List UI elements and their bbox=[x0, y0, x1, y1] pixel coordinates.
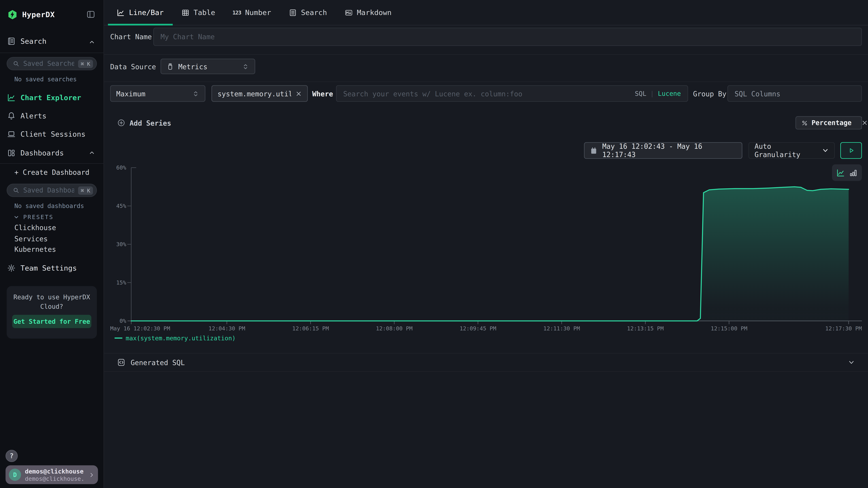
metric-pill[interactable]: system.memory.utiliza bbox=[211, 85, 308, 102]
preset-item-kubernetes[interactable]: Kubernetes bbox=[14, 245, 56, 253]
svg-text:12:08:00 PM: 12:08:00 PM bbox=[376, 325, 413, 332]
chart-type-tabbar: Line/BarTable123NumberSearchMarkdown bbox=[104, 0, 868, 26]
percentage-button[interactable]: Percentage bbox=[796, 117, 857, 129]
no-saved-searches-note: No saved searches bbox=[14, 76, 77, 83]
sidebar-section-search[interactable]: Search bbox=[7, 37, 46, 45]
bar-chart-icon[interactable] bbox=[849, 168, 858, 177]
logo[interactable]: HyperDX bbox=[7, 9, 55, 20]
add-series-button[interactable]: Add Series bbox=[117, 117, 171, 128]
where-label: Where bbox=[312, 90, 333, 98]
no-saved-dashboards-note: No saved dashboards bbox=[14, 202, 84, 210]
data-source-label: Data Source bbox=[110, 63, 156, 71]
divider bbox=[104, 54, 868, 55]
preset-item-services[interactable]: Services bbox=[14, 235, 48, 243]
user-menu[interactable]: D demos@clickhouse.com demos@clickhouse.… bbox=[6, 465, 98, 484]
sidebar-item-label: Chart Explorer bbox=[21, 93, 81, 102]
granularity-value: Auto Granularity bbox=[754, 142, 817, 159]
chevron-down-icon bbox=[13, 214, 19, 220]
cloud-promo-card: Ready to use HyperDX Cloud? Get Started … bbox=[7, 286, 97, 339]
get-started-button[interactable]: Get Started for Free bbox=[12, 315, 91, 328]
sql-toggle[interactable]: SQL bbox=[635, 90, 647, 97]
chart-name-input[interactable]: My Chart Name bbox=[153, 28, 862, 46]
chart-name-placeholder: My Chart Name bbox=[161, 33, 215, 41]
aggregation-select[interactable]: Maximum bbox=[110, 85, 206, 102]
sidebar-collapse-icon[interactable] bbox=[87, 10, 95, 19]
chevron-down-icon bbox=[848, 359, 855, 366]
tab-markdown[interactable]: Markdown bbox=[336, 0, 400, 25]
percentage-toggle[interactable]: Percentage bbox=[796, 116, 862, 129]
create-dashboard-button[interactable]: + Create Dashboard bbox=[14, 168, 90, 176]
where-input[interactable]: Search your events w/ Lucene ex. column:… bbox=[336, 85, 688, 102]
percentage-remove-button[interactable] bbox=[862, 117, 868, 129]
tab-label: Line/Bar bbox=[129, 8, 164, 17]
preset-item-clickhouse[interactable]: Clickhouse bbox=[14, 224, 56, 232]
bell-icon bbox=[7, 111, 16, 120]
divider bbox=[104, 81, 868, 82]
timeseries-chart: 0%15%30%45%60%May 16 12:02:30 PM12:04:30… bbox=[0, 0, 868, 488]
updown-chevrons-icon bbox=[192, 90, 199, 97]
search-icon bbox=[13, 187, 19, 194]
gear-icon bbox=[7, 264, 16, 272]
help-button[interactable]: ? bbox=[6, 450, 18, 462]
lucene-toggle[interactable]: Lucene bbox=[658, 90, 681, 97]
svg-text:12:09:45 PM: 12:09:45 PM bbox=[460, 325, 496, 332]
search-icon bbox=[13, 60, 19, 67]
chevron-up-icon[interactable] bbox=[89, 150, 95, 156]
query-language-toggle[interactable]: SQL | Lucene bbox=[635, 90, 681, 97]
user-email: demos@clickhouse.com bbox=[25, 468, 85, 475]
svg-text:45%: 45% bbox=[116, 203, 126, 209]
presets-header: PRESETS bbox=[23, 214, 54, 220]
saved-dashboards-input[interactable]: Saved Dashboards ⌘ K bbox=[7, 184, 97, 197]
presets-toggle[interactable]: PRESETS bbox=[13, 214, 54, 220]
hyperdx-logo-icon bbox=[7, 9, 18, 20]
svg-text:12:11:30 PM: 12:11:30 PM bbox=[544, 325, 580, 332]
tab-search[interactable]: Search bbox=[280, 0, 336, 25]
play-icon bbox=[848, 147, 855, 154]
chevron-down-icon bbox=[822, 147, 829, 154]
sidebar-item-dashboards[interactable]: Dashboards bbox=[0, 148, 104, 158]
database-icon bbox=[166, 63, 174, 70]
metric-value: system.memory.utiliza bbox=[218, 89, 291, 98]
tab-number[interactable]: 123Number bbox=[224, 0, 280, 25]
date-range-picker[interactable]: May 16 12:02:43 - May 16 12:17:43 bbox=[584, 142, 743, 159]
generated-sql-expander[interactable]: Generated SQL bbox=[104, 354, 868, 371]
tab-label: Table bbox=[193, 8, 215, 17]
sidebar-item-chart-explorer[interactable]: Chart Explorer bbox=[0, 92, 104, 102]
table-icon bbox=[181, 8, 189, 16]
chevron-up-icon[interactable] bbox=[89, 39, 95, 45]
sidebar-item-alerts[interactable]: Alerts bbox=[0, 110, 104, 121]
sidebar-item-client-sessions[interactable]: Client Sessions bbox=[0, 129, 104, 139]
saved-searches-input[interactable]: Saved Searches ⌘ K bbox=[7, 57, 97, 70]
svg-text:15%: 15% bbox=[116, 280, 126, 286]
close-icon[interactable] bbox=[296, 91, 302, 97]
app-title: HyperDX bbox=[22, 10, 55, 19]
svg-text:12:06:15 PM: 12:06:15 PM bbox=[292, 325, 329, 332]
tab-table[interactable]: Table bbox=[173, 0, 224, 25]
number-icon: 123 bbox=[233, 8, 241, 16]
svg-text:12:13:15 PM: 12:13:15 PM bbox=[627, 325, 664, 332]
chart-display-toggle bbox=[832, 164, 862, 181]
group-by-input[interactable]: SQL Columns bbox=[727, 85, 862, 102]
svg-text:12:17:30 PM: 12:17:30 PM bbox=[825, 325, 862, 332]
cloud-promo-text-line2: Cloud? bbox=[7, 302, 97, 310]
granularity-select[interactable]: Auto Granularity bbox=[748, 142, 835, 159]
run-query-button[interactable] bbox=[840, 142, 862, 159]
tab-line-bar[interactable]: Line/Bar bbox=[108, 0, 173, 25]
generated-sql-label: Generated SQL bbox=[130, 358, 185, 366]
toggle-separator: | bbox=[650, 90, 654, 97]
sidebar-item-team-settings[interactable]: Team Settings bbox=[7, 264, 77, 272]
updown-chevrons-icon bbox=[242, 63, 249, 70]
svg-text:12:04:30 PM: 12:04:30 PM bbox=[209, 325, 245, 332]
line-chart-icon[interactable] bbox=[836, 168, 845, 177]
chart-line-icon bbox=[117, 8, 125, 16]
svg-text:60%: 60% bbox=[116, 164, 126, 171]
group-by-label: Group By bbox=[693, 90, 726, 98]
add-series-label: Add Series bbox=[129, 119, 171, 127]
avatar: D bbox=[9, 469, 21, 481]
tab-label: Search bbox=[301, 8, 327, 17]
data-source-select[interactable]: Metrics bbox=[161, 59, 255, 74]
divider bbox=[0, 53, 104, 53]
sidebar: HyperDX Search Saved Searches ⌘ K No sav… bbox=[0, 0, 104, 488]
shortcut-badge: ⌘ K bbox=[78, 186, 93, 194]
code-icon bbox=[117, 359, 125, 366]
